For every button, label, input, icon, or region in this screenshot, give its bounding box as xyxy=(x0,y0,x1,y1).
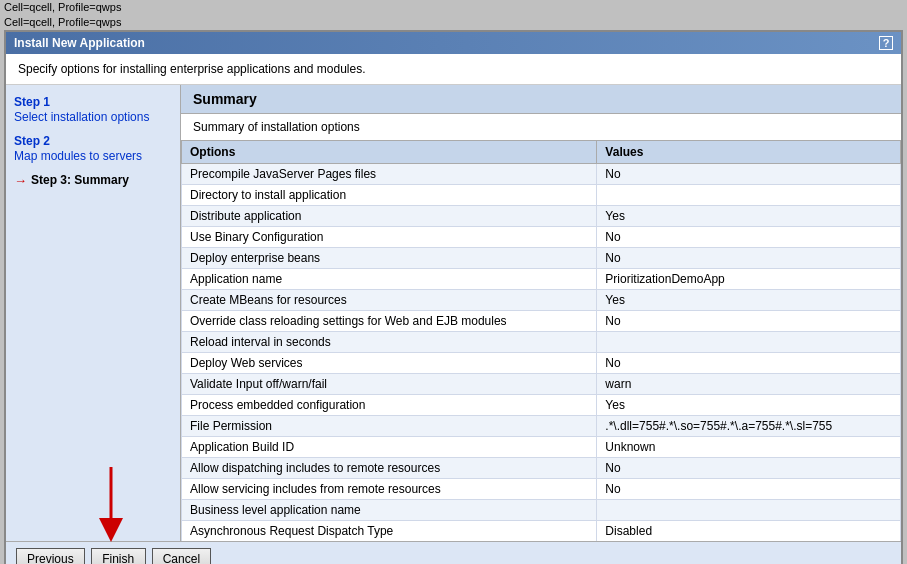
table-row: Use Binary ConfigurationNo xyxy=(182,227,901,248)
finish-button[interactable]: Finish xyxy=(91,548,146,564)
dialog-window: Install New Application ? Specify option… xyxy=(4,30,903,564)
value-cell: Yes xyxy=(597,206,901,227)
value-cell xyxy=(597,185,901,206)
value-cell: No xyxy=(597,479,901,500)
option-cell: Application name xyxy=(182,269,597,290)
value-cell: No xyxy=(597,458,901,479)
col-values: Values xyxy=(597,141,901,164)
table-row: Validate Input off/warn/failwarn xyxy=(182,374,901,395)
table-row: Allow servicing includes from remote res… xyxy=(182,479,901,500)
value-cell: No xyxy=(597,164,901,185)
previous-button[interactable]: Previous xyxy=(16,548,85,564)
table-row: Allow dispatching includes to remote res… xyxy=(182,458,901,479)
col-options: Options xyxy=(182,141,597,164)
table-row: Application Build IDUnknown xyxy=(182,437,901,458)
sidebar-item-step3: → Step 3: Summary xyxy=(14,173,172,188)
value-cell: warn xyxy=(597,374,901,395)
table-row: Override class reloading settings for We… xyxy=(182,311,901,332)
dialog-subtitle: Specify options for installing enterpris… xyxy=(6,54,901,85)
value-cell: Disabled xyxy=(597,521,901,542)
summary-table: Options Values Precompile JavaServer Pag… xyxy=(181,140,901,541)
option-cell: Directory to install application xyxy=(182,185,597,206)
value-cell: .*\.dll=755#.*\.so=755#.*\.a=755#.*\.sl=… xyxy=(597,416,901,437)
table-row: Precompile JavaServer Pages filesNo xyxy=(182,164,901,185)
table-row: Business level application name xyxy=(182,500,901,521)
content-area: Summary Summary of installation options … xyxy=(181,85,901,541)
step2-desc-link[interactable]: Map modules to servers xyxy=(14,149,142,163)
title-bar-label: Cell=qcell, Profile=qwps xyxy=(0,14,907,30)
title-bar-text: Cell=qcell, Profile=qwps xyxy=(0,0,125,15)
table-row: Asynchronous Request Dispatch TypeDisabl… xyxy=(182,521,901,542)
active-arrow: → xyxy=(14,173,27,188)
option-cell: Reload interval in seconds xyxy=(182,332,597,353)
option-cell: Deploy Web services xyxy=(182,353,597,374)
option-cell: Use Binary Configuration xyxy=(182,227,597,248)
cancel-button[interactable]: Cancel xyxy=(152,548,211,564)
value-cell: PrioritizationDemoApp xyxy=(597,269,901,290)
table-header-row: Options Values xyxy=(182,141,901,164)
help-icon[interactable]: ? xyxy=(879,36,893,50)
dialog-footer: Previous Finish Cancel xyxy=(6,541,901,564)
dialog-title-bar: Install New Application ? xyxy=(6,32,901,54)
value-cell: No xyxy=(597,353,901,374)
dialog-title: Install New Application xyxy=(14,36,145,50)
sidebar-item-step1[interactable]: Step 1 Select installation options xyxy=(14,95,172,124)
option-cell: Deploy enterprise beans xyxy=(182,248,597,269)
dialog-body: Step 1 Select installation options Step … xyxy=(6,85,901,541)
table-row: File Permission.*\.dll=755#.*\.so=755#.*… xyxy=(182,416,901,437)
value-cell: No xyxy=(597,248,901,269)
option-cell: File Permission xyxy=(182,416,597,437)
title-bar: Cell=qcell, Profile=qwps xyxy=(0,0,907,14)
value-cell: Yes xyxy=(597,395,901,416)
table-row: Application namePrioritizationDemoApp xyxy=(182,269,901,290)
value-cell xyxy=(597,500,901,521)
table-row: Distribute applicationYes xyxy=(182,206,901,227)
option-cell: Asynchronous Request Dispatch Type xyxy=(182,521,597,542)
value-cell xyxy=(597,332,901,353)
table-row: Directory to install application xyxy=(182,185,901,206)
table-row: Reload interval in seconds xyxy=(182,332,901,353)
step1-link[interactable]: Step 1 xyxy=(14,95,50,109)
table-row: Process embedded configurationYes xyxy=(182,395,901,416)
value-cell: No xyxy=(597,311,901,332)
value-cell: Yes xyxy=(597,290,901,311)
step1-desc-link[interactable]: Select installation options xyxy=(14,110,149,124)
table-row: Deploy enterprise beansNo xyxy=(182,248,901,269)
content-header: Summary xyxy=(181,85,901,114)
option-cell: Allow servicing includes from remote res… xyxy=(182,479,597,500)
option-cell: Application Build ID xyxy=(182,437,597,458)
step3-label: Step 3: Summary xyxy=(31,173,129,187)
sidebar-item-step2[interactable]: Step 2 Map modules to servers xyxy=(14,134,172,163)
option-cell: Validate Input off/warn/fail xyxy=(182,374,597,395)
value-cell: No xyxy=(597,227,901,248)
table-row: Create MBeans for resourcesYes xyxy=(182,290,901,311)
option-cell: Precompile JavaServer Pages files xyxy=(182,164,597,185)
option-cell: Override class reloading settings for We… xyxy=(182,311,597,332)
table-row: Deploy Web servicesNo xyxy=(182,353,901,374)
value-cell: Unknown xyxy=(597,437,901,458)
option-cell: Distribute application xyxy=(182,206,597,227)
option-cell: Business level application name xyxy=(182,500,597,521)
option-cell: Create MBeans for resources xyxy=(182,290,597,311)
summary-subtitle: Summary of installation options xyxy=(181,114,901,140)
option-cell: Process embedded configuration xyxy=(182,395,597,416)
step2-link[interactable]: Step 2 xyxy=(14,134,50,148)
sidebar: Step 1 Select installation options Step … xyxy=(6,85,181,541)
option-cell: Allow dispatching includes to remote res… xyxy=(182,458,597,479)
